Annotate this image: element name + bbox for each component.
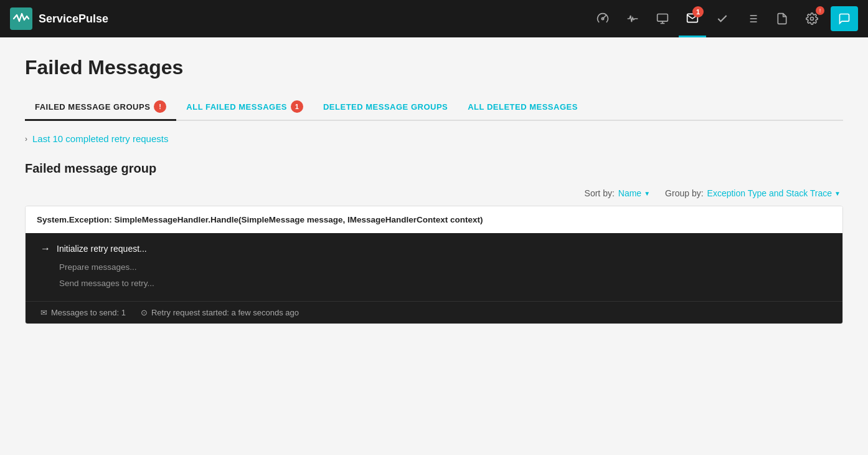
svg-line-1: [603, 15, 606, 19]
tabs: FAILED MESSAGE GROUPS ! ALL FAILED MESSA…: [25, 94, 843, 121]
messages-icon[interactable]: 1: [679, 0, 706, 37]
tab-deleted-message-groups[interactable]: DELETED MESSAGE GROUPS: [313, 96, 458, 120]
footer-retry-label: Retry request started: a few seconds ago: [151, 308, 299, 317]
check-icon[interactable]: [709, 0, 736, 37]
group-by-dropdown[interactable]: Exception Type and Stack Trace ▼: [707, 188, 841, 198]
navbar: ServicePulse 1: [0, 0, 868, 37]
sort-by-dropdown[interactable]: Name ▼: [618, 188, 650, 198]
group-dropdown-arrow: ▼: [834, 190, 841, 197]
messages-badge: 1: [692, 6, 704, 17]
brand-name: ServicePulse: [39, 12, 108, 26]
exception-body: → Initialize retry request... Prepare me…: [26, 233, 842, 301]
sort-group-bar: Sort by: Name ▼ Group by: Exception Type…: [25, 188, 843, 198]
step-prepare: Prepare messages...: [40, 259, 828, 275]
sort-dropdown-arrow: ▼: [644, 190, 650, 197]
list-icon[interactable]: [738, 0, 766, 37]
failed-groups-badge: !: [154, 100, 166, 113]
brand-logo: [10, 7, 32, 30]
exception-footer: ✉ Messages to send: 1 ⊙ Retry request st…: [26, 301, 842, 323]
chat-icon[interactable]: [831, 6, 858, 31]
heartbeat-icon[interactable]: [619, 0, 646, 37]
clock-icon: ⊙: [141, 308, 148, 317]
messages-to-send: ✉ Messages to send: 1: [40, 308, 126, 317]
exception-header: System.Exception: SimpleMessageHandler.H…: [26, 206, 842, 233]
footer-messages-label: Messages to send: 1: [51, 308, 126, 317]
brand: ServicePulse: [10, 7, 108, 30]
group-by-item: Group by: Exception Type and Stack Trace…: [665, 188, 841, 198]
envelope-icon: ✉: [40, 308, 47, 317]
settings-warning-badge: !: [816, 6, 824, 15]
retry-init-row: → Initialize retry request...: [40, 243, 828, 254]
main-content: Failed Messages FAILED MESSAGE GROUPS ! …: [0, 37, 868, 353]
svg-rect-2: [658, 14, 668, 22]
page-title: Failed Messages: [25, 56, 843, 79]
settings-icon[interactable]: !: [798, 0, 826, 37]
retry-init-label: Initialize retry request...: [57, 244, 147, 254]
retry-requests-link[interactable]: › Last 10 completed retry requests: [25, 133, 843, 144]
tab-all-deleted-messages[interactable]: ALL DELETED MESSAGES: [458, 96, 588, 120]
document-icon[interactable]: [768, 0, 796, 37]
group-by-label: Group by:: [665, 188, 703, 198]
chevron-right-icon: ›: [25, 135, 27, 143]
sort-by-label: Sort by:: [585, 188, 615, 198]
exception-card: System.Exception: SimpleMessageHandler.H…: [25, 206, 843, 324]
sort-by-item: Sort by: Name ▼: [585, 188, 651, 198]
section-title: Failed message group: [25, 161, 843, 176]
dashboard-icon[interactable]: [589, 0, 616, 37]
monitoring-icon[interactable]: [649, 0, 676, 37]
svg-point-11: [811, 17, 814, 21]
retry-started: ⊙ Retry request started: a few seconds a…: [141, 308, 299, 317]
all-failed-badge: 1: [291, 100, 303, 113]
navbar-icons: 1 !: [589, 0, 858, 37]
step-send: Send messages to retry...: [40, 275, 828, 292]
arrow-right-icon: →: [40, 243, 50, 254]
tab-all-failed-messages[interactable]: ALL FAILED MESSAGES 1: [176, 94, 313, 121]
tab-failed-message-groups[interactable]: FAILED MESSAGE GROUPS !: [25, 94, 176, 121]
